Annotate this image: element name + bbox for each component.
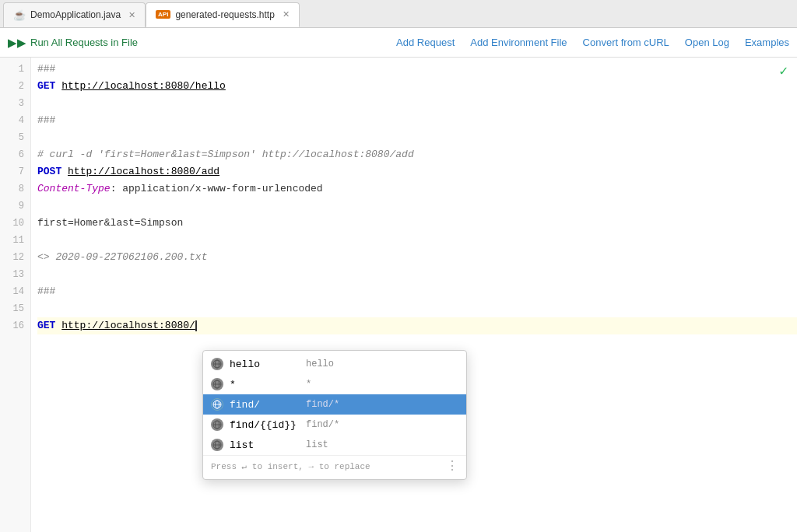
- space: [55, 317, 61, 334]
- code-line-9: [37, 198, 797, 215]
- ac-name-list: list: [230, 439, 300, 451]
- ac-globe-icon-find-id: [211, 418, 223, 431]
- ac-item-find[interactable]: find/ find/*: [203, 394, 466, 415]
- ac-desc-find: find/*: [306, 399, 339, 410]
- ln-11: 11: [0, 232, 30, 249]
- autocomplete-dropdown: hello hello * *: [202, 350, 467, 480]
- curl-comment: # curl -d 'first=Homer&last=Simpson' htt…: [37, 146, 414, 163]
- run-all-button[interactable]: ▶▶ Run All Requests in File: [8, 36, 138, 50]
- java-icon: ☕: [13, 9, 26, 21]
- code-line-2[interactable]: ▶ GET http://localhost:8080/hello: [37, 78, 797, 95]
- open-log-button[interactable]: Open Log: [685, 37, 729, 48]
- cursor: ​: [195, 320, 197, 331]
- ln-14: 14: [0, 283, 30, 300]
- ac-item-find-id[interactable]: find/{{id}} find/*: [203, 415, 466, 435]
- ln-16: 16: [0, 317, 30, 334]
- url-post: http://localhost:8080/add: [68, 163, 219, 180]
- ln-5: 5: [0, 129, 30, 146]
- hash-14: ###: [37, 283, 55, 300]
- code-line-13: [37, 266, 797, 283]
- space: [61, 163, 68, 180]
- ac-desc-list: list: [306, 439, 328, 450]
- ln-4: 4: [0, 112, 30, 129]
- ln-15: 15: [0, 300, 30, 317]
- hash-1: ###: [37, 61, 55, 78]
- tab-label-generated: generated-requests.http: [175, 9, 274, 20]
- add-env-button[interactable]: Add Environment File: [470, 37, 567, 48]
- tab-bar: ☕ DemoApplication.java ✕ API generated-r…: [0, 0, 797, 28]
- run-all-label: Run All Requests in File: [30, 37, 138, 48]
- ac-globe-icon-find: [211, 398, 223, 411]
- ac-item-star[interactable]: * *: [203, 374, 466, 394]
- hash-4: ###: [37, 112, 55, 129]
- tab-generated-requests[interactable]: API generated-requests.http ✕: [146, 2, 300, 27]
- code-line-7[interactable]: ▶ POST http://localhost:8080/add: [37, 163, 797, 180]
- ln-2: 2: [0, 78, 30, 95]
- api-badge: API: [156, 10, 170, 19]
- toolbar: ▶▶ Run All Requests in File Add Request …: [0, 28, 797, 58]
- ac-globe-icon-star: [211, 378, 223, 390]
- code-line-3: [37, 95, 797, 112]
- editor[interactable]: 1 2 3 4 5 6 7 8 9 10 11 12 13 14 15 16 #…: [0, 58, 797, 532]
- ln-13: 13: [0, 266, 30, 283]
- code-line-12: ◇ <> 2020-09-22T062106.200.txt: [37, 249, 797, 266]
- tab-demo-app[interactable]: ☕ DemoApplication.java ✕: [3, 2, 146, 27]
- ac-globe-icon-hello: [211, 358, 223, 370]
- close-tab-generated[interactable]: ✕: [283, 9, 290, 19]
- separator-file: <> 2020-09-22T062106.200.txt: [37, 249, 207, 266]
- add-request-button[interactable]: Add Request: [396, 37, 455, 48]
- ac-more-icon[interactable]: ⋮: [446, 458, 458, 474]
- header-key: Content-Type: [37, 180, 111, 198]
- line-numbers: 1 2 3 4 5 6 7 8 9 10 11 12 13 14 15 16: [0, 58, 31, 532]
- method-get-2: GET: [37, 317, 55, 334]
- ac-item-hello[interactable]: hello hello: [203, 354, 466, 374]
- code-line-6: # curl -d 'first=Homer&last=Simpson' htt…: [37, 146, 797, 163]
- code-line-15: [37, 300, 797, 317]
- convert-curl-button[interactable]: Convert from cURL: [583, 37, 669, 48]
- ac-desc-find-id: find/*: [306, 419, 339, 430]
- code-line-8: Content-Type: application/x-www-form-url…: [37, 180, 797, 198]
- ln-3: 3: [0, 95, 30, 112]
- ac-hint: Press ↵ to insert, → to replace: [211, 461, 370, 471]
- code-line-5: [37, 129, 797, 146]
- code-line-11: [37, 232, 797, 249]
- ln-10: 10: [0, 215, 30, 232]
- run-all-icon: ▶▶: [8, 36, 26, 50]
- examples-button[interactable]: Examples: [745, 37, 789, 48]
- ac-name-hello: hello: [230, 359, 300, 370]
- validation-checkmark: ✓: [779, 62, 788, 79]
- header-val: : application/x-www-form-urlencoded: [111, 180, 323, 198]
- close-tab-demo[interactable]: ✕: [128, 10, 135, 20]
- url-get-2: http://localhost:8080/: [61, 317, 195, 334]
- ac-desc-hello: hello: [306, 359, 334, 369]
- ln-1: 1: [0, 61, 30, 78]
- code-line-16[interactable]: ▶ GET http://localhost:8080/​: [37, 317, 797, 334]
- code-line-4: ###: [37, 112, 797, 129]
- url-get-1: http://localhost:8080/hello: [61, 78, 226, 95]
- tab-label-demo: DemoApplication.java: [30, 9, 121, 20]
- code-line-1: ###: [37, 61, 797, 78]
- ac-globe-icon-list: [211, 439, 223, 451]
- ln-7: 7: [0, 163, 30, 180]
- ac-name-find-id: find/{{id}}: [230, 419, 300, 431]
- body-text: first=Homer&last=Simpson: [37, 215, 183, 232]
- autocomplete-footer: Press ↵ to insert, → to replace ⋮: [203, 455, 466, 476]
- method-post: POST: [37, 163, 61, 180]
- ac-name-star: *: [230, 379, 300, 390]
- code-line-14: ###: [37, 283, 797, 300]
- ac-desc-star: *: [306, 379, 311, 390]
- method-get-1: GET: [37, 78, 55, 95]
- space: [55, 78, 61, 95]
- ac-item-list[interactable]: list list: [203, 435, 466, 455]
- ln-12: 12: [0, 249, 30, 266]
- ln-8: 8: [0, 180, 30, 198]
- ln-6: 6: [0, 146, 30, 163]
- ac-name-find: find/: [230, 399, 300, 411]
- code-line-10: first=Homer&last=Simpson: [37, 215, 797, 232]
- ln-9: 9: [0, 198, 30, 215]
